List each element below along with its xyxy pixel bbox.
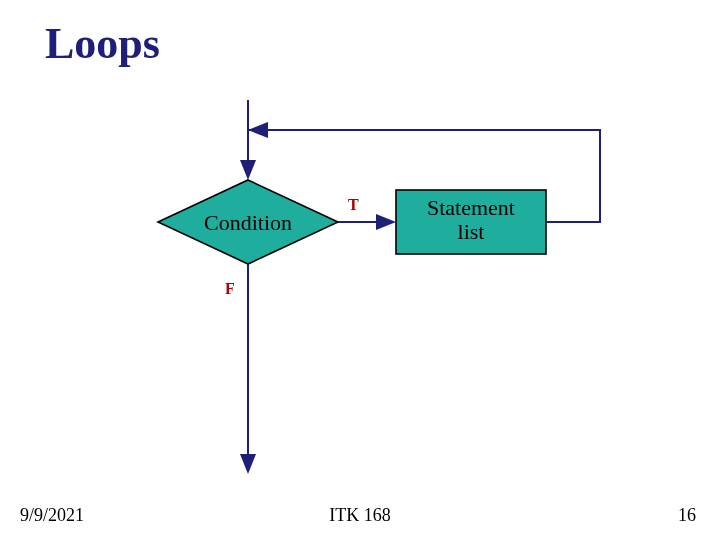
statement-label-line2: list [458,219,485,244]
false-label: F [225,280,235,298]
statement-label-line1: Statement [427,195,515,220]
footer-course: ITK 168 [329,505,391,526]
slide: Loops Condition Statement list T F 9/9/2… [0,0,720,540]
flowchart-diagram [0,0,720,540]
footer-date: 9/9/2021 [20,505,84,526]
condition-label: Condition [200,210,296,236]
footer-slide-number: 16 [678,505,696,526]
true-label: T [348,196,359,214]
statement-label: Statement list [396,196,546,244]
